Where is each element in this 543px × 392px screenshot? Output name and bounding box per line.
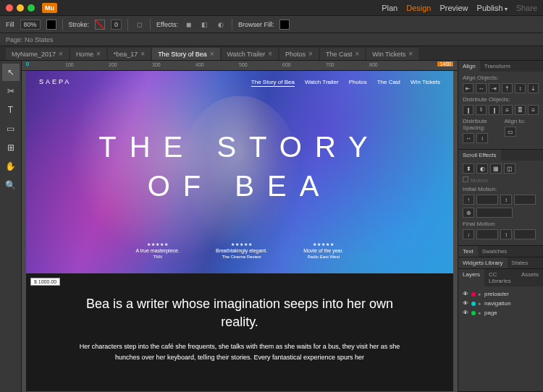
dist-top-icon[interactable]: ≡ (502, 105, 513, 115)
motion-checkbox-label[interactable]: Motion (471, 177, 488, 184)
browser-fill-swatch[interactable] (279, 20, 290, 30)
review-item[interactable]: ★★★★★ A true masterpiece. TNN (136, 242, 180, 259)
doc-tab[interactable]: Home× (70, 48, 106, 60)
close-icon[interactable]: × (355, 50, 359, 58)
close-icon[interactable]: × (408, 50, 413, 58)
dir-icon[interactable]: ↕ (500, 195, 512, 205)
align-right-icon[interactable]: ⇥ (489, 83, 500, 93)
selection-tool[interactable]: ↖ (2, 64, 20, 81)
bevel-icon[interactable]: ◧ (200, 20, 210, 30)
layer-name[interactable]: page (484, 310, 497, 316)
align-vcenter-icon[interactable]: ↕ (515, 83, 526, 93)
keypos-input[interactable] (476, 208, 513, 218)
dist-right-icon[interactable]: ‖ (489, 105, 500, 115)
mode-plan[interactable]: Plan (382, 4, 397, 12)
ruler-guide-right[interactable]: 1400 (437, 61, 453, 67)
close-icon[interactable]: × (140, 50, 145, 58)
panel-tab-widgets[interactable]: Widgets Library (458, 257, 508, 268)
text-tool[interactable]: T (2, 101, 20, 119)
rectangle-tool[interactable]: ▭ (2, 120, 20, 137)
minimize-window-button[interactable] (17, 4, 24, 12)
close-icon[interactable]: × (96, 50, 101, 58)
keypos-icon[interactable]: ⊕ (463, 208, 474, 218)
ruler-guide-left[interactable]: 0 (26, 61, 29, 67)
spacing-h-icon[interactable]: ↔ (463, 133, 474, 143)
scroll-edge-icon[interactable]: ◫ (504, 163, 515, 174)
section-body[interactable]: Her characters step into the café she fr… (70, 341, 410, 362)
eye-icon[interactable]: 👁 (463, 300, 468, 307)
shadow-icon[interactable]: ◼ (184, 20, 194, 30)
nav-link[interactable]: The Cast (377, 79, 400, 85)
close-window-button[interactable] (6, 4, 13, 12)
corners-icon[interactable]: ◻ (134, 20, 144, 30)
align-hcenter-icon[interactable]: ↔ (476, 83, 487, 93)
page-state-dropdown[interactable]: No States (25, 36, 54, 43)
review-item[interactable]: ★★★★★ Breathtakingly elegant. The Cinema… (216, 242, 267, 259)
align-top-icon[interactable]: ⇡ (502, 83, 513, 93)
chevron-right-icon[interactable]: ▸ (479, 291, 481, 297)
maximize-window-button[interactable] (28, 4, 35, 12)
panel-tab-states[interactable]: States (508, 257, 533, 268)
fill-swatch[interactable] (46, 20, 56, 30)
eye-icon[interactable]: 👁 (463, 310, 468, 316)
doc-tab[interactable]: Win Tickets× (366, 48, 418, 60)
motion-y2-input[interactable] (514, 229, 536, 239)
doc-tab[interactable]: Photos× (279, 48, 319, 60)
scroll-slideshow-icon[interactable]: ▦ (490, 163, 502, 174)
stroke-width-field[interactable]: 0 (111, 20, 122, 30)
chevron-right-icon[interactable]: ▸ (479, 310, 481, 316)
dir-icon[interactable]: ↕ (500, 229, 512, 239)
motion-x-input[interactable] (476, 195, 498, 205)
layer-name[interactable]: navigation (484, 300, 510, 307)
align-bottom-icon[interactable]: ⇣ (528, 83, 539, 93)
panel-tab-layers[interactable]: Layers (458, 269, 484, 286)
stroke-swatch[interactable] (95, 20, 105, 30)
zoom-tool[interactable]: 🔍 (2, 176, 20, 194)
design-canvas[interactable]: SAEPA The Story of Bea Watch Trailer Pho… (22, 71, 458, 392)
glow-icon[interactable]: ◐ (216, 20, 226, 30)
scroll-opacity-icon[interactable]: ◐ (476, 163, 488, 174)
mode-publish[interactable]: Publish▾ (477, 4, 508, 12)
dir-icon[interactable]: ↓ (463, 229, 474, 239)
below-hero-section[interactable]: $ 1000.00 Bea is a writer whose imaginat… (26, 273, 453, 391)
section-headline[interactable]: Bea is a writer whose imagination seeps … (70, 295, 410, 331)
doc-tab-active[interactable]: The Story of Bea× (152, 48, 219, 60)
close-icon[interactable]: × (210, 50, 214, 58)
close-icon[interactable]: × (268, 50, 272, 58)
layer-row[interactable]: 👁 ▸ preloader (463, 289, 539, 299)
layer-row[interactable]: 👁 ▸ navigation (463, 299, 539, 308)
hero-title[interactable]: THE STORY OF BEA (26, 127, 453, 205)
dist-hcenter-icon[interactable]: ⦀ (476, 105, 487, 115)
doc-tab[interactable]: Watch Trailer× (222, 48, 279, 60)
frame-tool[interactable]: ⊞ (2, 139, 20, 156)
motion-y-input[interactable] (514, 195, 536, 205)
nav-link[interactable]: Photos (349, 79, 367, 85)
close-icon[interactable]: × (308, 50, 313, 58)
horizontal-ruler[interactable]: 0 100 200 300 400 500 600 700 800 1400 (22, 61, 458, 71)
mode-preview[interactable]: Preview (439, 4, 468, 12)
zoom-field[interactable]: 80% (20, 20, 41, 30)
panel-tab-scroll[interactable]: Scroll Effects (458, 150, 501, 161)
hero-section[interactable]: SAEPA The Story of Bea Watch Trailer Pho… (26, 71, 453, 273)
scroll-pin-badge[interactable]: $ 1000.00 (30, 278, 60, 286)
close-icon[interactable]: × (59, 50, 63, 58)
align-left-icon[interactable]: ⇤ (463, 83, 473, 93)
nav-link[interactable]: The Story of Bea (251, 79, 295, 85)
doc-tab[interactable]: *bea_17× (108, 48, 151, 60)
hand-tool[interactable]: ✋ (2, 158, 20, 175)
align-to-icon[interactable]: ▭ (505, 127, 516, 137)
nav-link[interactable]: Win Tickets (411, 79, 440, 85)
layer-name[interactable]: preloader (484, 291, 509, 297)
scroll-motion-icon[interactable]: ⬍ (463, 163, 474, 174)
panel-tab-assets[interactable]: Assets (517, 269, 543, 286)
panel-tab-transform[interactable]: Transform (480, 61, 515, 72)
doc-tab[interactable]: MyName_2017× (6, 48, 69, 60)
site-logo[interactable]: SAEPA (39, 78, 71, 85)
eye-icon[interactable]: 👁 (463, 291, 468, 297)
review-item[interactable]: ★★★★★ Movie of the year. Radio East West (303, 242, 343, 259)
chevron-right-icon[interactable]: ▸ (479, 301, 481, 307)
layer-row[interactable]: 👁 ▸ page (463, 308, 539, 318)
dist-left-icon[interactable]: ‖ (463, 105, 473, 115)
motion-x2-input[interactable] (476, 229, 498, 239)
panel-tab-cclibraries[interactable]: CC Libraries (484, 269, 517, 286)
